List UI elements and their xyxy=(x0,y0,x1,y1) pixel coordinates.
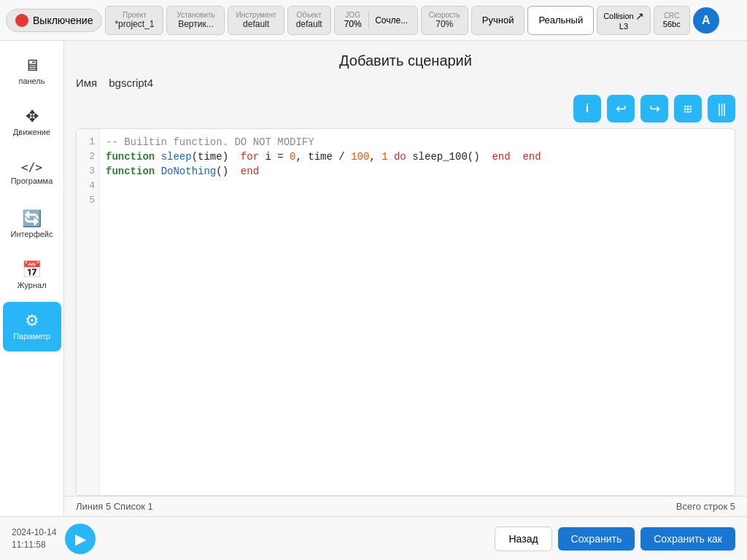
name-row: Имя bgscript4 xyxy=(64,77,747,95)
main-layout: 🖥 панель ✥ Движение </> Программа 🔄 Инте… xyxy=(0,41,747,516)
code-editor-wrapper: 1 2 3 4 5 -- Builtin function. DO NOT MO… xyxy=(76,128,735,496)
tool-segment[interactable]: Инструмент default xyxy=(228,6,284,35)
tool-value: default xyxy=(243,19,269,29)
bottom-left: 2024-10-14 11:11:58 ▶ xyxy=(12,524,96,554)
project-label: Проект xyxy=(123,11,147,19)
avatar[interactable]: A xyxy=(693,7,719,34)
speed-segment[interactable]: Скорость 70% xyxy=(421,6,468,35)
redo-button[interactable]: ↪ xyxy=(640,95,668,122)
undo-button[interactable]: ↩ xyxy=(607,95,635,122)
sidebar-label-journal: Журнал xyxy=(17,281,46,289)
interface-icon: 🔄 xyxy=(22,211,42,227)
page-title: Добавить сценарий xyxy=(64,41,747,77)
redo-icon: ↪ xyxy=(649,101,660,117)
line-num-4: 4 xyxy=(89,179,95,193)
line-num-5: 5 xyxy=(89,193,95,208)
object-label: Объект xyxy=(297,11,322,19)
name-value: bgscript4 xyxy=(109,77,153,89)
status-right: Всего строк 5 xyxy=(676,501,735,512)
datetime-display: 2024-10-14 11:11:58 xyxy=(12,526,56,551)
speed-value: 70% xyxy=(436,19,453,29)
manual-button[interactable]: Ручной xyxy=(471,6,525,35)
sidebar-label-program: Программа xyxy=(11,176,53,185)
content-area: Добавить сценарий Имя bgscript4 i ↩ ↪ ⊞ … xyxy=(64,41,747,516)
sidebar-item-movement[interactable]: ✥ Движение xyxy=(3,98,61,147)
crc-value: 56bc xyxy=(663,20,681,28)
jog-segment[interactable]: JOG 70% Сочле... xyxy=(334,6,418,35)
date-value: 2024-10-14 xyxy=(12,526,56,539)
jog-value2: Сочле... xyxy=(375,15,408,26)
sidebar-item-panel[interactable]: 🖥 панель xyxy=(3,47,61,96)
sidebar-label-interface: Интерфейс xyxy=(11,230,53,238)
bottom-right: Назад Сохранить Сохранить как xyxy=(495,526,735,551)
install-value: Вертик... xyxy=(178,19,214,29)
grid-icon: ⊞ xyxy=(684,103,692,114)
collision-sub: L3 xyxy=(619,22,628,31)
info-button[interactable]: i xyxy=(573,95,601,122)
install-segment[interactable]: Установить Вертик... xyxy=(166,6,225,35)
jog-label: JOG xyxy=(345,11,360,19)
status-left: Линия 5 Список 1 xyxy=(76,501,153,512)
time-value: 11:11:58 xyxy=(12,539,56,551)
sidebar-item-params[interactable]: ⚙ Параметр xyxy=(3,302,61,351)
code-editor[interactable]: 1 2 3 4 5 -- Builtin function. DO NOT MO… xyxy=(77,129,735,495)
move-icon: ✥ xyxy=(26,109,39,125)
code-icon: </> xyxy=(21,162,42,174)
jog-value1: 70% xyxy=(344,19,362,29)
collision-label: Collision xyxy=(603,12,634,20)
sidebar-item-journal[interactable]: 📅 Журнал xyxy=(3,251,61,300)
object-segment[interactable]: Объект default xyxy=(287,6,331,35)
journal-icon: 📅 xyxy=(22,262,42,278)
sidebar-label-params: Параметр xyxy=(13,332,50,341)
save-as-button[interactable]: Сохранить как xyxy=(640,527,735,551)
line-num-1: 1 xyxy=(89,135,95,149)
status-bar: Линия 5 Список 1 Всего строк 5 xyxy=(64,496,747,516)
monitor-icon: 🖥 xyxy=(24,58,40,74)
name-label: Имя xyxy=(76,77,97,89)
line-num-2: 2 xyxy=(89,149,95,164)
undo-icon: ↩ xyxy=(616,101,627,117)
object-value: default xyxy=(296,19,322,29)
line-numbers: 1 2 3 4 5 xyxy=(77,129,100,495)
save-button[interactable]: Сохранить xyxy=(558,527,635,551)
arrow-icon: ↗ xyxy=(635,10,644,22)
play-icon: ▶ xyxy=(75,530,86,548)
grid-button[interactable]: ⊞ xyxy=(674,95,702,122)
bars-icon: ||| xyxy=(717,101,725,117)
shutdown-label: Выключение xyxy=(33,15,93,26)
topbar: Выключение Проект *project_1 Установить … xyxy=(0,0,747,41)
crc-label: CRC xyxy=(664,12,680,20)
shutdown-button[interactable]: Выключение xyxy=(6,9,102,32)
sidebar-label-movement: Движение xyxy=(13,128,50,136)
red-indicator xyxy=(15,14,28,27)
editor-toolbar: i ↩ ↪ ⊞ ||| xyxy=(64,95,747,128)
tool-label: Инструмент xyxy=(236,11,276,19)
gear-icon: ⚙ xyxy=(25,313,39,329)
sidebar-item-interface[interactable]: 🔄 Интерфейс xyxy=(3,200,61,249)
install-label: Установить xyxy=(177,11,215,19)
bottom-bar: 2024-10-14 11:11:58 ▶ Назад Сохранить Со… xyxy=(0,516,747,560)
play-button[interactable]: ▶ xyxy=(65,524,96,554)
project-segment[interactable]: Проект *project_1 xyxy=(105,6,163,35)
realtime-button[interactable]: Реальный xyxy=(527,6,594,35)
project-value: *project_1 xyxy=(115,19,154,29)
speed-label: Скорость xyxy=(429,11,460,19)
bars-button[interactable]: ||| xyxy=(708,95,735,122)
code-textarea[interactable]: -- Builtin function. DO NOT MODIFY funct… xyxy=(100,129,735,495)
info-icon: i xyxy=(586,102,589,115)
sidebar-label-panel: панель xyxy=(18,77,44,85)
sidebar: 🖥 панель ✥ Движение </> Программа 🔄 Инте… xyxy=(0,41,64,516)
crc-segment: CRC 56bc xyxy=(654,6,690,35)
collision-segment[interactable]: Collision ↗ L3 xyxy=(597,6,651,35)
line-num-3: 3 xyxy=(89,164,95,179)
back-button[interactable]: Назад xyxy=(495,526,551,551)
sidebar-item-program[interactable]: </> Программа xyxy=(3,149,61,198)
